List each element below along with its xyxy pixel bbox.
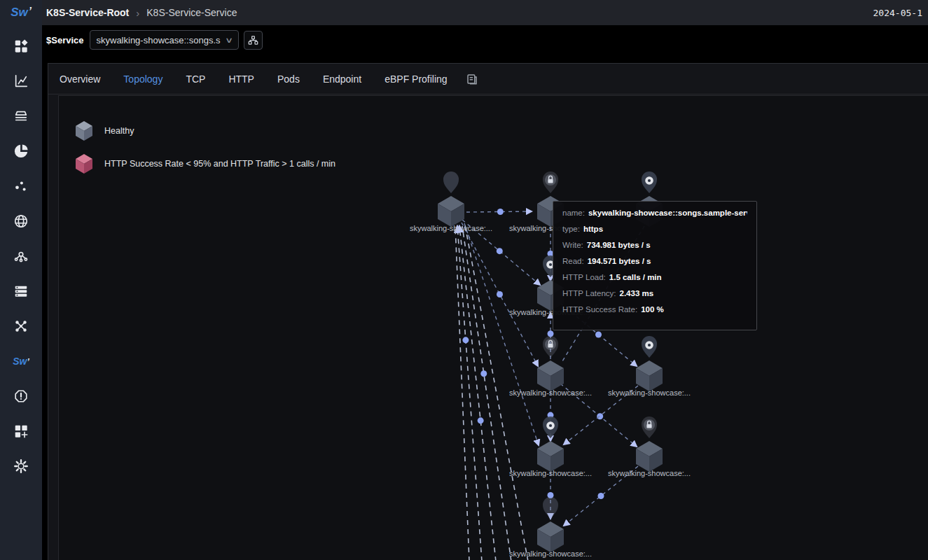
network-icon bbox=[13, 318, 29, 334]
sidebar-item-cluster-dots[interactable] bbox=[9, 174, 33, 198]
tab-topology[interactable]: Topology bbox=[123, 74, 162, 85]
bar-chart-icon bbox=[13, 74, 29, 89]
edge-traffic-dot[interactable] bbox=[597, 413, 603, 419]
service-node-label: skywalking-showcase:... bbox=[509, 550, 592, 558]
tooltip-row: name:skywalking-showcase::songs.sample-s… bbox=[562, 209, 747, 225]
sidebar-item-server-list[interactable] bbox=[9, 279, 33, 303]
logo-swoosh-icon: ’ bbox=[29, 4, 32, 16]
service-tree-button[interactable] bbox=[244, 31, 263, 50]
service-node-label: skywalking-showcase:... bbox=[509, 388, 592, 397]
service-node[interactable]: skywalking-showcase:... bbox=[509, 416, 592, 477]
edge-traffic-dot[interactable] bbox=[478, 417, 484, 424]
edge-traffic-dot[interactable] bbox=[548, 330, 554, 337]
copy-documents-icon bbox=[466, 73, 478, 85]
service-node[interactable]: skywalking-showcase:... bbox=[509, 497, 592, 558]
sidebar-item-skywalking-logo[interactable]: Sw’ bbox=[9, 349, 33, 373]
sidebar-item-widget-plus[interactable] bbox=[9, 419, 33, 443]
legend-item: Healthy bbox=[74, 120, 335, 142]
service-node-label: skywalking-showcase:... bbox=[509, 469, 592, 477]
healthy-cube-icon bbox=[74, 120, 94, 142]
top-bar: K8S-Service-Root › K8S-Service-Service 2… bbox=[42, 0, 928, 25]
tab-tcp[interactable]: TCP bbox=[186, 74, 205, 85]
alert-hexagon-icon bbox=[13, 388, 29, 404]
sidebar-item-bar-chart[interactable] bbox=[9, 69, 33, 93]
tab-list: OverviewTopologyTCPHTTPPodsEndpointeBPF … bbox=[60, 74, 448, 85]
service-node-label: skywalking-showcase:... bbox=[410, 224, 492, 232]
sidebar-item-alert-hexagon[interactable] bbox=[9, 384, 33, 408]
sidebar-menu: Sw’ bbox=[0, 25, 42, 489]
edge-traffic-dot[interactable] bbox=[480, 370, 487, 377]
sidebar-item-network[interactable] bbox=[9, 314, 33, 338]
tooltip-row: Read:194.571 bytes / s bbox=[562, 257, 747, 273]
sidebar-item-dashboard[interactable] bbox=[9, 34, 33, 58]
sidebar-item-globe[interactable] bbox=[9, 209, 33, 233]
breadcrumb-separator-icon: › bbox=[136, 7, 139, 19]
sidebar-item-layers[interactable] bbox=[9, 104, 33, 128]
tooltip-row: HTTP Success Rate:100 % bbox=[562, 305, 747, 321]
service-node-label: skywalking-showcase:... bbox=[608, 388, 691, 397]
topology-edge[interactable] bbox=[464, 223, 539, 445]
date-display[interactable]: 2024-05-1 bbox=[873, 8, 922, 18]
breadcrumb-root[interactable]: K8S-Service-Root bbox=[46, 7, 129, 18]
edge-tooltip: name:skywalking-showcase::songs.sample-s… bbox=[553, 201, 757, 330]
pie-chart-icon bbox=[13, 144, 29, 159]
tab-pods[interactable]: Pods bbox=[277, 74, 300, 85]
topology-legend: HealthyHTTP Success Rate < 95% and HTTP … bbox=[74, 120, 335, 186]
tooltip-row: HTTP Load:1.5 calls / min bbox=[562, 273, 747, 289]
globe-icon bbox=[13, 214, 29, 229]
service-label: $Service bbox=[46, 35, 84, 46]
breadcrumb-current[interactable]: K8S-Service-Service bbox=[146, 7, 237, 18]
unhealthy-cube-icon bbox=[74, 153, 94, 175]
skywalking-logo[interactable]: Sw’ bbox=[0, 0, 42, 25]
service-node[interactable]: skywalking-showcase:... bbox=[509, 336, 592, 397]
service-node[interactable]: skywalking-showcase:... bbox=[410, 172, 492, 232]
sidebar-item-topology-3d[interactable] bbox=[9, 244, 33, 268]
dashboard-icon bbox=[13, 38, 29, 54]
legend-label: HTTP Success Rate < 95% and HTTP Traffic… bbox=[104, 159, 335, 169]
edge-traffic-dot[interactable] bbox=[595, 332, 602, 338]
tabs-row: OverviewTopologyTCPHTTPPodsEndpointeBPF … bbox=[48, 64, 928, 94]
edge-traffic-dot[interactable] bbox=[598, 493, 604, 499]
tab-ebpf-profiling[interactable]: eBPF Profiling bbox=[385, 74, 447, 85]
chevron-down-icon: ∨ bbox=[225, 36, 233, 45]
edge-traffic-dot[interactable] bbox=[497, 291, 503, 298]
tab-overview[interactable]: Overview bbox=[60, 74, 100, 85]
sidebar-item-pie-chart[interactable] bbox=[9, 139, 33, 163]
legend-item: HTTP Success Rate < 95% and HTTP Traffic… bbox=[74, 153, 335, 175]
sidebar-item-gear[interactable] bbox=[9, 454, 33, 478]
topology-canvas[interactable]: HealthyHTTP Success Rate < 95% and HTTP … bbox=[58, 95, 928, 560]
topology-edge[interactable] bbox=[462, 226, 511, 560]
sidebar: Sw’ Sw’ bbox=[0, 0, 42, 560]
layers-icon bbox=[13, 108, 29, 124]
edge-traffic-dot[interactable] bbox=[497, 209, 504, 215]
sitemap-icon bbox=[248, 35, 258, 46]
service-node-label: skywalking-showcase:... bbox=[608, 469, 691, 477]
cluster-dots-icon bbox=[13, 178, 29, 194]
topology-3d-icon bbox=[13, 248, 29, 264]
topology-edge[interactable] bbox=[455, 226, 469, 560]
service-toolbar: $Service skywalking-showcase::songs.s ∨ bbox=[42, 25, 928, 55]
tooltip-row: HTTP Latency:2.433 ms bbox=[562, 289, 747, 305]
topology-edge[interactable] bbox=[457, 226, 482, 560]
service-node[interactable]: skywalking-showcase:... bbox=[608, 416, 691, 477]
edge-traffic-dot[interactable] bbox=[497, 248, 503, 254]
copy-dashboard-button[interactable] bbox=[466, 73, 478, 85]
logo-text: Sw bbox=[11, 6, 28, 20]
tooltip-row: Write:734.981 bytes / s bbox=[562, 241, 747, 257]
legend-label: Healthy bbox=[104, 126, 134, 136]
tab-endpoint[interactable]: Endpoint bbox=[323, 74, 361, 85]
service-panel: OverviewTopologyTCPHTTPPodsEndpointeBPF … bbox=[48, 63, 928, 560]
tooltip-row: type:https bbox=[562, 225, 747, 241]
tab-http[interactable]: HTTP bbox=[228, 74, 254, 85]
topology-edge[interactable] bbox=[459, 226, 496, 560]
gear-icon bbox=[13, 458, 29, 474]
widget-plus-icon bbox=[13, 424, 29, 439]
edge-traffic-dot[interactable] bbox=[462, 337, 469, 343]
server-list-icon bbox=[13, 284, 29, 299]
service-select-value: skywalking-showcase::songs.s bbox=[97, 35, 221, 46]
service-node[interactable]: skywalking-showcase:... bbox=[608, 336, 691, 397]
skywalking-logo-small: Sw’ bbox=[13, 356, 29, 367]
service-select[interactable]: skywalking-showcase::songs.s ∨ bbox=[90, 30, 239, 50]
